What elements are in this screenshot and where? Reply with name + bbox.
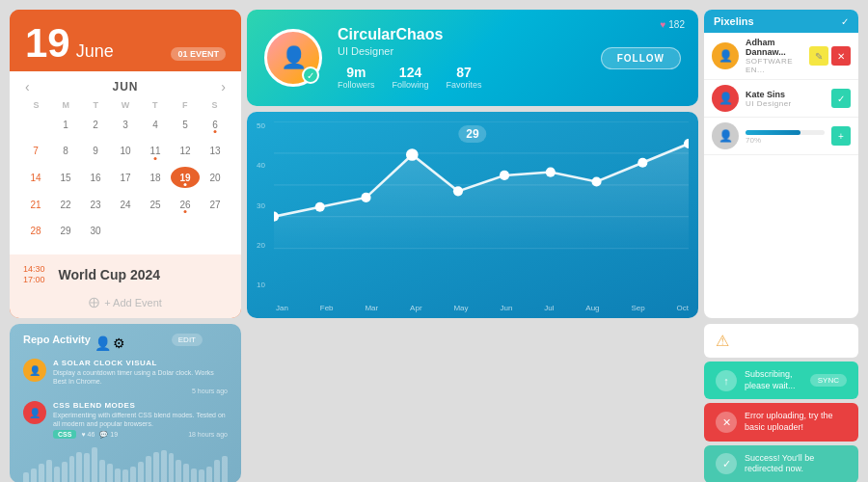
sync-button[interactable]: SYNC xyxy=(810,374,847,387)
cal-cell[interactable]: 13 xyxy=(201,141,230,162)
repo-edit-button[interactable]: EDIT xyxy=(172,334,203,346)
add-icon: ⨁ xyxy=(89,296,99,308)
cal-cell[interactable]: 11 xyxy=(141,141,170,162)
notif-text-teal: Subscribing, please wait... xyxy=(745,369,802,391)
y-label-50: 50 xyxy=(257,121,265,130)
cal-cell[interactable]: 4 xyxy=(141,114,170,135)
repo-bar xyxy=(130,467,136,482)
warning-icon: ⚠ xyxy=(716,332,729,350)
cal-cell[interactable]: 27 xyxy=(201,194,230,215)
cal-next-button[interactable]: › xyxy=(217,79,230,94)
cal-cell[interactable]: 26 xyxy=(171,194,200,215)
repo-bar xyxy=(206,467,212,482)
repo-bar xyxy=(62,462,68,482)
repo-bar xyxy=(153,452,159,482)
cal-cell[interactable]: 14 xyxy=(21,167,50,188)
calendar-grid-area: ‹ JUN › S M T W T F S 1 2 3 4 5 6 xyxy=(10,71,241,254)
repo-meta: CSS ♥ 46 💬 19 18 hours ago xyxy=(53,430,228,439)
stat-following: 124 Following xyxy=(393,65,429,90)
repo-bar xyxy=(138,462,144,482)
repo-bar xyxy=(84,453,90,482)
repo-bar xyxy=(191,469,197,483)
repo-bar xyxy=(69,456,75,482)
cal-cell[interactable]: 15 xyxy=(51,167,80,188)
repo-bar xyxy=(183,464,189,482)
check-button[interactable]: ✓ xyxy=(831,89,851,108)
cal-cell[interactable]: 29 xyxy=(51,221,80,242)
error-icon: ✕ xyxy=(716,412,737,433)
dow-m: M xyxy=(51,100,81,110)
stat-followers: 9m Followers xyxy=(338,65,375,90)
person-avatar: 👤 xyxy=(712,85,739,112)
cal-cell[interactable]: 23 xyxy=(81,194,110,215)
calendar-panel: 19 June 01 EVENT ‹ JUN › S M T W T F S xyxy=(10,10,241,318)
cal-cell[interactable]: 3 xyxy=(111,114,140,135)
cal-cell[interactable]: 7 xyxy=(21,141,50,162)
person-actions: + xyxy=(831,126,851,146)
notif-row-teal: ↑ Subscribing, please wait... SYNC xyxy=(704,362,858,399)
cal-cell[interactable]: 9 xyxy=(81,141,110,162)
cal-prev-button[interactable]: ‹ xyxy=(21,79,34,94)
favorites-label: Favorites xyxy=(447,80,482,90)
repo-bar xyxy=(214,460,220,482)
progress-bar-fill xyxy=(746,130,800,135)
dow-s2: S xyxy=(200,100,230,110)
repo-bar xyxy=(222,456,228,482)
repo-meta: 5 hours ago xyxy=(53,388,228,394)
cal-cell[interactable]: 20 xyxy=(201,167,230,188)
people-list: 👤 Adham Dannaw... SOFTWARE EN... ✎ ✕ 👤 K… xyxy=(704,33,858,318)
person-role: UI Designer xyxy=(746,99,825,108)
y-label-20: 20 xyxy=(257,241,265,250)
cal-cell[interactable]: 10 xyxy=(111,141,140,162)
x-may: May xyxy=(453,304,468,312)
cal-cell[interactable]: 30 xyxy=(81,221,110,242)
notif-text-green: Success! You'll be redirected now. xyxy=(745,453,847,475)
cal-nav: ‹ JUN › xyxy=(21,79,230,94)
person-name: Kate Sins xyxy=(746,90,825,99)
cal-cell[interactable]: 5 xyxy=(171,114,200,135)
person-item: 👤 Adham Dannaw... SOFTWARE EN... ✎ ✕ xyxy=(704,33,858,80)
add-button[interactable]: + xyxy=(831,126,851,146)
cal-cell[interactable]: 17 xyxy=(111,167,140,188)
delete-button[interactable]: ✕ xyxy=(831,46,851,66)
cal-cell[interactable]: 22 xyxy=(51,194,80,215)
repo-bar xyxy=(169,453,175,482)
cal-cell[interactable]: 2 xyxy=(81,114,110,135)
add-event-label: + Add Event xyxy=(104,297,162,308)
repo-tag: CSS xyxy=(53,430,76,439)
event-start-time: 14:30 xyxy=(23,264,45,276)
person-actions: ✓ xyxy=(831,89,851,108)
person-info: Kate Sins UI Designer xyxy=(746,90,825,108)
svg-point-14 xyxy=(637,158,647,168)
follow-button[interactable]: FOLLOW xyxy=(601,47,681,69)
svg-point-9 xyxy=(406,148,419,161)
x-feb: Feb xyxy=(320,304,334,312)
event-end-time: 17:00 xyxy=(23,275,45,286)
cal-cell[interactable]: 8 xyxy=(51,141,80,162)
repo-bar xyxy=(161,450,167,482)
cal-cell[interactable]: 18 xyxy=(141,167,170,188)
x-oct: Oct xyxy=(677,304,689,312)
x-jan: Jan xyxy=(276,304,288,312)
person-actions: ✎ ✕ xyxy=(809,46,851,66)
cal-cell[interactable]: 16 xyxy=(81,167,110,188)
cal-cell[interactable]: 24 xyxy=(111,194,140,215)
svg-point-10 xyxy=(453,186,463,196)
cal-cell-today[interactable]: 19 xyxy=(171,167,200,188)
cal-grid: 1 2 3 4 5 6 7 8 9 10 11 12 13 14 15 16 1… xyxy=(21,114,230,247)
event-section: 14:30 17:00 World Cup 2024 ⨁ + Add Event xyxy=(10,254,241,318)
chart-panel: 29 50 40 30 20 10 xyxy=(247,112,698,318)
cal-cell[interactable]: 1 xyxy=(51,114,80,135)
verified-icon: ✓ xyxy=(302,67,319,84)
edit-button[interactable]: ✎ xyxy=(809,46,828,66)
repo-bar xyxy=(176,460,181,482)
add-event-button[interactable]: ⨁ + Add Event xyxy=(23,292,228,312)
cal-cell[interactable]: 12 xyxy=(171,141,200,162)
repo-item-title: A SOLAR CLOCK VISUAL xyxy=(53,359,228,367)
cal-cell[interactable]: 6 xyxy=(201,114,230,135)
cal-cell[interactable] xyxy=(21,114,50,135)
cal-cell[interactable]: 21 xyxy=(21,194,50,215)
event-time-row: 14:30 17:00 World Cup 2024 xyxy=(23,264,228,286)
cal-cell[interactable]: 28 xyxy=(21,221,50,242)
cal-cell[interactable]: 25 xyxy=(141,194,170,215)
